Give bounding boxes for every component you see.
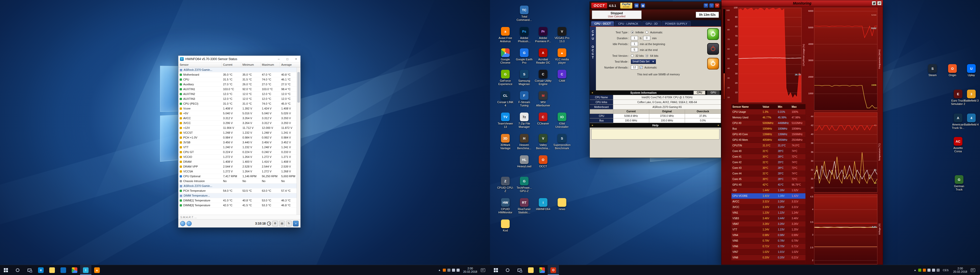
sensor-row-pch-temperature[interactable]: PCH Temperature54.0 °C53.5 °C63.0 °C57.4…	[178, 188, 297, 193]
sensor-row-3vcc[interactable]: 3VCC3.296 V3.264 V3.312 V3.293 V	[178, 121, 297, 125]
monitoring-titlebar[interactable]: Monitoring ▦ ⚙	[721, 0, 883, 6]
tab-power-supply[interactable]: POWER SUPPLY	[662, 21, 690, 26]
desktop-icon-heavyload[interactable]: HLHeavyLoad	[515, 155, 533, 168]
desktop-icon-uplay[interactable]: UUplay	[963, 64, 980, 77]
desktop-icon-google-earth-pro[interactable]: GGoogle Earth Pro	[515, 48, 533, 64]
corsair-tray-icon[interactable]	[447, 269, 450, 272]
radio-32-bits[interactable]	[631, 54, 634, 57]
taskbar-app-vlc[interactable]: ▲	[91, 265, 103, 275]
desktop-icon-rivatuner-statistic[interactable]: RTRivaTuner Statistic...	[515, 198, 533, 214]
column-current[interactable]: Current	[222, 62, 241, 67]
monitor-row-cpu-usage[interactable]: CPU Usage1.3%0.31%100%	[732, 109, 805, 115]
sensor-row-vccio[interactable]: VCCIO1.272 V1.264 V1.272 V1.271 V	[178, 155, 297, 160]
action-center-icon[interactable]	[481, 269, 485, 272]
sensor-group-dimm-temperature[interactable]: ▦DIMM Temperature...	[178, 193, 297, 198]
help-button[interactable]: ?	[703, 3, 708, 8]
hwinfo-titlebar[interactable]: i HWiNFO64 v5.70-3300 Sensor Status – □ …	[178, 56, 301, 62]
monitor-row-vin4[interactable]: VIN40.98V0.98V0.99V	[732, 232, 805, 238]
action-center-icon[interactable]	[971, 269, 975, 272]
monitor-row-vin7[interactable]: VIN71.02V1.01V1.02V	[732, 249, 805, 255]
desktop-icon-3dmark-vantage[interactable]: 3D3DMark Vantage	[496, 134, 514, 150]
monitor-row-core-5[interactable]: Core #530°C28°C72°C	[732, 177, 805, 182]
threads-automatic-checkbox[interactable]: ✓	[640, 66, 643, 69]
sensor-row-vccst[interactable]: VCCST1.248 V1.232 V1.248 V1.241 V	[178, 130, 297, 135]
sensor-row-cpu[interactable]: CPU31.5 °C31.5 °C74.0 °C46.1 °C	[178, 77, 297, 82]
desktop-icon-origin[interactable]: OOrigin	[944, 64, 961, 77]
monitor-row-vid[interactable]: VID1.44V1.39V1.52V	[732, 188, 805, 193]
desktop-icon-cpuid-hwmonitor[interactable]: HWCPUID HWMonitor	[496, 198, 514, 214]
sensor-row-motherboard[interactable]: Motherboard35.0 °C35.0 °C47.0 °C40.8 °C	[178, 72, 297, 77]
radio-automatic[interactable]	[646, 31, 648, 33]
gear-icon[interactable]: ⚙	[877, 1, 881, 5]
sensor-row-dimm-1-temperature[interactable]: DIMM[1] Temperature41.0 °C40.8 °C53.0 °C…	[178, 198, 297, 203]
monitor-row-cputin[interactable]: CPUTIN31.5°C31.0°C74.0°C	[732, 143, 805, 149]
network-tray-icon[interactable]	[932, 269, 935, 272]
taskbar-app-chrome[interactable]	[69, 265, 80, 275]
sensor-row-dram-vpp[interactable]: DRAM VPP2.544 V2.528 V2.544 V2.539 V	[178, 164, 297, 169]
duration-hours-input[interactable]: 1	[631, 36, 638, 40]
desktop-icon-valley-benchma[interactable]: VValley Benchma...	[534, 134, 552, 150]
nvidia-tray-icon[interactable]	[918, 269, 921, 272]
desktop-icon-occt[interactable]: OOCCT	[534, 155, 552, 168]
sensor-row-auxiliary[interactable]: Auxiliary27.0 °C26.0 °C27.0 °C27.0 °C	[178, 82, 297, 87]
monitor-row-core-3[interactable]: Core #330°C28°C73°C	[732, 165, 805, 171]
sensor-row-dimm-3-temperature[interactable]: DIMM[3] Temperature42.0 °C41.5 °C53.3 °C…	[178, 203, 297, 208]
desktop-icon-avast-free-antivirus[interactable]: aAvast Free Antivirus	[496, 27, 514, 43]
taskbar-app-occt[interactable]: O	[548, 265, 559, 275]
start-button[interactable]	[0, 265, 12, 275]
tool-button-2[interactable]: ▦	[641, 3, 645, 8]
tray-expand-icon[interactable]: ▲	[438, 269, 441, 272]
avast-tray-icon[interactable]	[923, 269, 926, 272]
desktop-icon-kod[interactable]: Kod	[496, 220, 514, 232]
taskbar-app-hwinfo[interactable]: i	[80, 265, 91, 275]
test-mode-dropdown[interactable]: Small Data Set ▼	[631, 59, 656, 64]
task-view-button[interactable]	[514, 265, 525, 275]
desktop-icon-msi-afterburner[interactable]: MMSI Afterburner	[534, 91, 552, 107]
tool-button-1[interactable]: ▤	[634, 3, 639, 8]
close-button[interactable]: ×	[292, 56, 301, 62]
monitor-row-3vcc[interactable]: 3VCC3.30V3.26V3.31V	[732, 204, 805, 210]
desktop-icon-samsung-magician[interactable]: SSamsung Magician	[515, 70, 533, 85]
sensor-row-auxtin1[interactable]: AUXTIN1103.0 °C92.0 °C103.0 °C98.4 °C	[178, 87, 297, 92]
maximize-button[interactable]: □	[283, 56, 292, 62]
monitor-row-vin6[interactable]: VIN60.71V0.70V0.71V	[732, 244, 805, 249]
column-minimum[interactable]: Minimum	[241, 62, 261, 67]
desktop-icon-adobe-photosh[interactable]: PsAdobe Photosh...	[515, 27, 533, 43]
desktop-icon-teamviewer-13[interactable]: TVTeamViewer 13	[496, 112, 514, 128]
monitor-row-vin8[interactable]: VIN80.20V0.20V0.21V	[732, 255, 805, 261]
monitor-row-vin1[interactable]: VIN11.23V1.22V1.24V	[732, 210, 805, 216]
chart-settings-icon[interactable]: ▦	[872, 1, 876, 5]
taskbar-app-edge[interactable]: e	[35, 265, 46, 275]
monitor-row-vbat[interactable]: VBAT3.26V3.26V3.26V	[732, 221, 805, 227]
radio-infinite[interactable]	[631, 31, 634, 33]
idle-end-input[interactable]: 5	[631, 47, 638, 52]
desktop-icon-news[interactable]: news	[553, 198, 571, 211]
monitor-row-cpu-0[interactable]: CPU #05099MHz4498MHz5102MHz	[732, 120, 805, 126]
taskbar-clock[interactable]: 2:00 20.02.2018	[952, 267, 969, 273]
desktop-icon-corsair-link-4[interactable]: CLCorsair LINK 4	[496, 91, 514, 107]
task-view-button[interactable]	[24, 265, 35, 275]
sensor-row-5v[interactable]: +5V5.040 V5.016 V5.040 V5.026 V	[178, 111, 297, 116]
sensor-row-cpu-peci[interactable]: CPU (PECI)31.0 °C31.0 °C74.0 °C45.9 °C	[178, 101, 297, 106]
start-button[interactable]	[490, 265, 502, 275]
reset-icon[interactable]: ↻	[286, 221, 292, 226]
monitor-row-gpu-0-mem[interactable]: GPU #0 Mem405MHz405MHz2504MHz	[732, 137, 805, 143]
desktop-icon-cpuid-cpu-z[interactable]: ZCPUID CPU-Z	[496, 177, 514, 193]
sensor-group-asrock-z370-gamin[interactable]: ▦ASRock Z370 Gamin...	[178, 183, 297, 188]
usb-tray-icon[interactable]	[937, 269, 940, 272]
language-indicator[interactable]: CES	[942, 269, 950, 272]
sensor-row-cpu-optional[interactable]: CPU Optional7,417 RPM1,146 RPM56,250 RPM…	[178, 174, 297, 179]
desktop-icon-google-chrome[interactable]: ●Google Chrome	[496, 48, 514, 64]
search-button[interactable]	[502, 265, 514, 275]
minimize-button[interactable]: –	[274, 56, 283, 62]
paypal-donate-button[interactable]: PayPal Donate	[620, 3, 633, 9]
monitor-row-core-4[interactable]: Core #431°C28°C74°C	[732, 171, 805, 177]
sensor-row-pch-1-0v[interactable]: PCH +1.0V0.984 V0.984 V0.992 V0.984 V	[178, 135, 297, 140]
sensor-row-dram[interactable]: DRAM1.408 V1.400 V1.416 V1.408 V	[178, 160, 297, 164]
monitor-row-gpu-0[interactable]: GPU #042°C41°C96.79°C	[732, 182, 805, 188]
idle-begin-input[interactable]: 1	[631, 42, 638, 46]
sensors-round-icon[interactable]	[186, 221, 192, 226]
taskbar-app-store[interactable]	[58, 265, 69, 275]
monitor-row-core-2[interactable]: Core #231°C29°C74°C	[732, 160, 805, 165]
taskbar-app-file-explorer[interactable]	[46, 265, 58, 275]
